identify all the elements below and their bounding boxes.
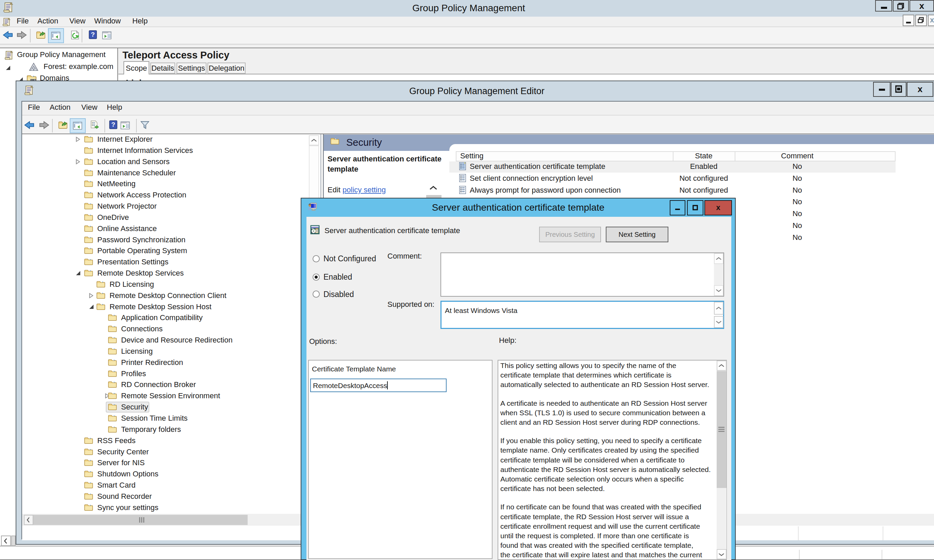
svg-text:?: ? — [111, 121, 115, 128]
svg-text:?: ? — [91, 31, 95, 38]
